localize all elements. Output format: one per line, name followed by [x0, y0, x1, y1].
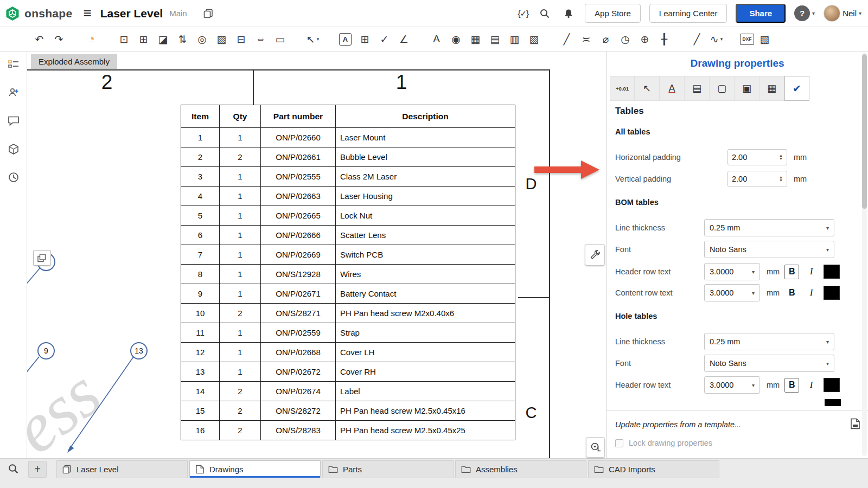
spinner-arrows[interactable]: ▲▼: [779, 176, 783, 182]
spline-icon[interactable]: ∿▾: [707, 30, 725, 48]
update-views-icon[interactable]: ◔: [82, 30, 100, 48]
note-icon[interactable]: A: [339, 33, 352, 46]
bom-header-text-size-select[interactable]: 3.0000 ▾: [704, 263, 760, 280]
auxiliary-view-icon[interactable]: ◪: [154, 30, 172, 48]
panel-tab-grid-properties[interactable]: ▦: [760, 76, 784, 101]
copy-document-icon[interactable]: [203, 9, 213, 18]
italic-button[interactable]: I: [804, 286, 819, 300]
spinner-arrows[interactable]: ▲▼: [779, 154, 783, 160]
panel-tab-leader-properties[interactable]: ↖: [635, 76, 660, 101]
bom-content-text-size-select[interactable]: 3.0000 ▾: [704, 284, 760, 301]
history-icon[interactable]: [5, 169, 22, 186]
line-icon[interactable]: ╱: [688, 30, 706, 48]
show-hide-edges-icon[interactable]: ▭: [271, 30, 289, 48]
surface-finish-icon[interactable]: ✓: [375, 30, 393, 48]
comments-icon[interactable]: [5, 112, 22, 130]
help-menu[interactable]: ? ▾: [794, 5, 815, 21]
redo-icon[interactable]: ↷: [50, 30, 68, 48]
share-add-user-icon[interactable]: [5, 84, 22, 101]
projected-view-icon[interactable]: ⊞: [135, 30, 152, 48]
sheet-tab-exploded-assembly[interactable]: Exploded Assembly: [31, 54, 117, 69]
notifications-bell-icon[interactable]: [561, 6, 576, 21]
dimension-icon[interactable]: ╱: [558, 30, 576, 48]
bottom-tab-parts[interactable]: Parts: [322, 460, 454, 478]
versions-icon[interactable]: {✓}: [518, 9, 529, 18]
detail-callout-icon[interactable]: ◉: [447, 30, 465, 48]
spinner-down-icon[interactable]: ▼: [779, 179, 783, 182]
hole-line-thickness-select[interactable]: 0.25 mm ▾: [704, 333, 834, 350]
menu-icon[interactable]: ≡: [83, 5, 91, 22]
panel-tab-text-properties[interactable]: A: [660, 76, 685, 101]
search-tabs-icon[interactable]: [8, 463, 19, 477]
bottom-tab-laser-level[interactable]: Laser Level: [56, 460, 188, 478]
insert-view-icon[interactable]: ⊡: [115, 30, 133, 48]
crop-view-icon[interactable]: ⊟: [232, 30, 250, 48]
export-image-icon[interactable]: ▧: [756, 30, 774, 48]
bold-button[interactable]: B: [784, 265, 799, 279]
bottom-tab-drawings[interactable]: Drawings: [189, 460, 321, 478]
hole-header-text-size-select[interactable]: 3.0000 ▾: [704, 376, 760, 394]
lock-checkbox[interactable]: [615, 439, 623, 447]
weld-symbol-icon[interactable]: ∠: [395, 30, 413, 48]
center-mark-icon[interactable]: ⊕: [636, 30, 654, 48]
text-color-swatch[interactable]: [824, 265, 840, 279]
callout-leader-icon[interactable]: ↖▾: [304, 30, 322, 48]
drawing-canvas[interactable]: Exploded Assembly 2 1 D C ess 9 13 Item …: [27, 52, 606, 458]
panel-tab-dimension-properties[interactable]: +0.01: [610, 76, 635, 101]
diameter-dimension-icon[interactable]: ⌀: [597, 30, 615, 48]
add-tab-button[interactable]: +: [28, 461, 47, 478]
app-store-button[interactable]: App Store: [585, 4, 641, 23]
onshape-logo[interactable]: onshape: [4, 5, 72, 22]
detail-view-icon[interactable]: ◎: [193, 30, 211, 48]
horizontal-padding-input[interactable]: 2.00 ▲▼: [727, 149, 787, 165]
broken-out-section-icon[interactable]: ▨: [213, 30, 231, 48]
panel-tab-border-properties[interactable]: ▢: [710, 76, 735, 101]
bom-table[interactable]: Item Qty Part number Description 11ON/P/…: [181, 105, 515, 440]
update-from-template-link[interactable]: Update properties from a template...: [615, 420, 850, 429]
text-color-swatch[interactable]: [824, 286, 840, 300]
scrollbar-thumb[interactable]: [862, 54, 867, 209]
template-icon[interactable]: [850, 418, 860, 432]
branch-name[interactable]: Main: [169, 9, 187, 18]
bold-button[interactable]: B: [784, 378, 799, 393]
export-dxf-icon[interactable]: DXF: [740, 34, 754, 45]
table-icon[interactable]: ▦: [467, 30, 484, 48]
italic-button[interactable]: I: [804, 265, 819, 279]
gdt-frame-icon[interactable]: ⊞: [356, 30, 374, 48]
vertical-padding-input[interactable]: 2.00 ▲▼: [727, 171, 787, 187]
centerline-icon[interactable]: ╂: [655, 30, 673, 48]
text-icon[interactable]: A: [427, 30, 445, 48]
bottom-tab-cad-imports[interactable]: CAD Imports: [588, 460, 719, 478]
update-from-template-row[interactable]: Update properties from a template...: [615, 416, 860, 433]
undo-icon[interactable]: ↶: [30, 30, 48, 48]
share-button[interactable]: Share: [736, 4, 786, 23]
learning-center-button[interactable]: Learning Center: [649, 4, 727, 23]
bom-table-icon[interactable]: ▥: [506, 30, 524, 48]
measure-tool-button[interactable]: [586, 437, 605, 458]
italic-button[interactable]: I: [804, 378, 819, 393]
panel-tab-validation-properties[interactable]: ✔: [784, 76, 809, 101]
panel-tools-button[interactable]: [585, 244, 605, 266]
search-icon[interactable]: [537, 6, 552, 21]
panel-tab-frame-properties[interactable]: ▣: [735, 76, 760, 101]
balloon-9[interactable]: 9: [37, 342, 55, 359]
parts-list-icon[interactable]: [5, 140, 22, 158]
text-color-swatch[interactable]: [824, 378, 840, 392]
bom-line-thickness-select[interactable]: 0.25 mm ▾: [704, 219, 834, 236]
bold-button[interactable]: B: [784, 286, 799, 300]
sheets-panel-icon[interactable]: [5, 56, 22, 73]
radius-dimension-icon[interactable]: ◷: [616, 30, 634, 48]
hole-table-icon[interactable]: ▧: [525, 30, 543, 48]
break-view-icon[interactable]: ⇔: [252, 30, 270, 48]
panel-tab-table-style-properties[interactable]: ▤: [685, 76, 710, 101]
sheet-icon[interactable]: ▤: [486, 30, 504, 48]
spinner-down-icon[interactable]: ▼: [779, 157, 783, 160]
ordinate-dimension-icon[interactable]: ≍: [577, 30, 595, 48]
user-menu[interactable]: Neil ▾: [824, 5, 861, 22]
bom-font-select[interactable]: Noto Sans ▾: [704, 241, 834, 258]
balloon-13[interactable]: 13: [130, 342, 148, 359]
section-view-icon[interactable]: ⇅: [174, 30, 192, 48]
hole-font-select[interactable]: Noto Sans ▾: [704, 355, 834, 372]
bottom-tab-assemblies[interactable]: Assemblies: [455, 460, 586, 478]
view-options-button[interactable]: [33, 250, 51, 266]
